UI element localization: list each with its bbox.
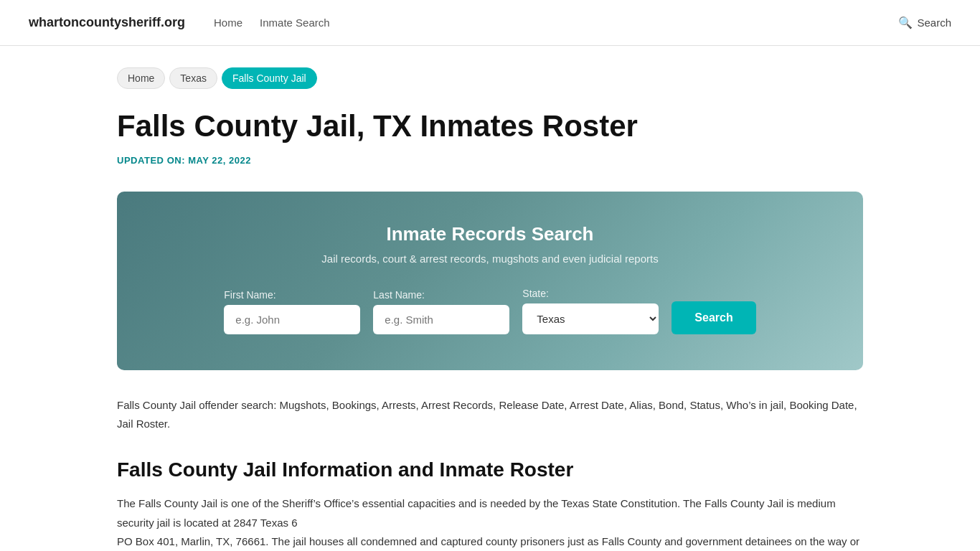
breadcrumb-texas[interactable]: Texas — [169, 67, 217, 89]
first-name-label: First Name: — [224, 289, 275, 301]
section-heading: Falls County Jail Information and Inmate… — [117, 458, 863, 481]
nav-search-label: Search — [917, 17, 951, 29]
nav: Home Inmate Search — [214, 17, 330, 29]
last-name-label: Last Name: — [373, 289, 425, 301]
description-text: Falls County Jail offender search: Mugsh… — [117, 396, 863, 433]
search-card: Inmate Records Search Jail records, cour… — [117, 192, 863, 370]
page-title: Falls County Jail, TX Inmates Roster — [117, 109, 863, 143]
breadcrumb: Home Texas Falls County Jail — [117, 67, 863, 89]
first-name-group: First Name: — [224, 289, 360, 334]
breadcrumb-falls-county[interactable]: Falls County Jail — [222, 67, 317, 89]
state-group: State: AlabamaAlaskaArizonaArkansasCalif… — [522, 288, 659, 334]
nav-search[interactable]: 🔍 Search — [898, 16, 951, 29]
header: whartoncountysheriff.org Home Inmate Sea… — [0, 0, 980, 46]
state-select[interactable]: AlabamaAlaskaArizonaArkansasCaliforniaCo… — [522, 303, 659, 334]
nav-links: Home Inmate Search — [214, 17, 330, 29]
main-content: Home Texas Falls County Jail Falls Count… — [88, 46, 892, 551]
search-button[interactable]: Search — [672, 301, 755, 334]
section-body: The Falls County Jail is one of the Sher… — [117, 494, 863, 551]
state-label: State: — [522, 288, 549, 299]
first-name-input[interactable] — [224, 305, 360, 334]
nav-home[interactable]: Home — [214, 17, 242, 29]
search-card-subtitle: Jail records, court & arrest records, mu… — [160, 253, 820, 265]
search-icon: 🔍 — [898, 16, 913, 29]
search-card-title: Inmate Records Search — [160, 223, 820, 245]
last-name-group: Last Name: — [373, 289, 509, 334]
nav-inmate-search[interactable]: Inmate Search — [260, 17, 330, 29]
last-name-input[interactable] — [373, 305, 509, 334]
breadcrumb-home[interactable]: Home — [117, 67, 165, 89]
site-title[interactable]: whartoncountysheriff.org — [29, 15, 185, 30]
updated-label: UPDATED ON: MAY 22, 2022 — [117, 155, 863, 166]
search-form: First Name: Last Name: State: AlabamaAla… — [160, 288, 820, 334]
